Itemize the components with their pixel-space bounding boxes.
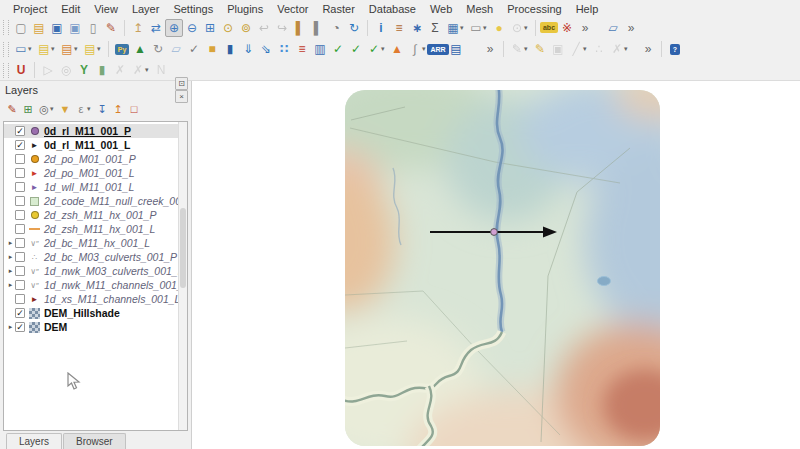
layer-visibility-checkbox[interactable] [15,210,25,220]
menu-web[interactable]: Web [423,2,459,16]
annotations-icon[interactable]: ※ [558,19,576,37]
expand-all-icon[interactable]: ↧ [94,101,110,117]
layer-visibility-checkbox[interactable] [15,280,25,290]
attribute-table-icon-dropdown[interactable]: ▾ [460,24,467,32]
layer-row-2d_bc_M11_hx_001_L[interactable]: ▸∨″2d_bc_M11_hx_001_L [4,236,187,250]
toolbar-overflow-icon[interactable]: » [639,40,657,58]
menu-raster[interactable]: Raster [315,2,361,16]
vertex-tool-icon[interactable]: Y [75,61,93,79]
layer-visibility-checkbox[interactable] [15,294,25,304]
layer-row-2d_po_M01_001_L[interactable]: ►2d_po_M01_001_L [4,166,187,180]
map-tips-icon[interactable]: ● [490,19,508,37]
toolbar-drag-handle[interactable] [3,63,9,78]
menu-help[interactable]: Help [569,2,606,16]
n-tool-icon[interactable]: N [152,61,170,79]
layer-visibility-checkbox[interactable]: ✓ [15,322,25,332]
zoom-to-layer-icon[interactable]: ⊚ [237,19,255,37]
layer-row-2d_bc_M03_culverts_001_P[interactable]: ▸∴2d_bc_M03_culverts_001_P [4,250,187,264]
menu-layer[interactable]: Layer [125,2,167,16]
measure-icon-dropdown[interactable]: ▾ [483,24,490,32]
tracing-tool-icon[interactable]: ▮ [93,61,111,79]
profile-series-icon[interactable]: ≡ [293,40,311,58]
temporal-controller-icon[interactable]: ◔ [327,19,345,37]
save-edits-icon[interactable]: ▣ [549,40,567,58]
layer-visibility-checkbox[interactable] [15,266,25,276]
layer-visibility-checkbox[interactable]: ✓ [15,126,25,136]
zoom-out-icon[interactable]: ⊖ [183,19,201,37]
expand-arrow-icon[interactable]: ▸ [6,253,15,261]
zoom-full-icon[interactable]: ⊞ [201,19,219,37]
pan-map-icon[interactable]: ↥ [129,19,147,37]
layer-visibility-checkbox[interactable] [15,154,25,164]
layer-visibility-checkbox[interactable] [15,182,25,192]
layer-row-1d_xs_M11_channels_001_L[interactable]: ►1d_xs_M11_channels_001_L [4,292,187,306]
processing-toolbox-icon[interactable]: ∗ [408,19,426,37]
clear-tool-icon[interactable]: ✗ [111,61,129,79]
vertex-nodes-icon[interactable]: ∴ [590,40,608,58]
lock-tool-icon[interactable]: ▮ [221,40,239,58]
tuflow-check-icon[interactable]: ✓ [329,40,347,58]
menu-database[interactable]: Database [362,2,423,16]
zoom-to-selection-icon[interactable]: ⊙ [219,19,237,37]
clear-tool-alt-icon[interactable]: ✗ [129,61,147,79]
save-project-icon[interactable]: ▣ [48,19,66,37]
layer-row-2d_zsh_M11_hx_001_L[interactable]: 2d_zsh_M11_hx_001_L [4,222,187,236]
toolbar-drag-handle[interactable] [3,42,9,57]
select-by-location-icon-dropdown[interactable]: ▾ [97,45,104,53]
zoom-last-icon[interactable]: ↩ [255,19,273,37]
help-icon[interactable]: ? [666,40,684,58]
layer-visibility-checkbox[interactable] [15,224,25,234]
flow-table-icon[interactable]: ▤ [447,40,465,58]
layer-visibility-checkbox[interactable] [15,168,25,178]
tab-browser[interactable]: Browser [63,433,126,449]
float-panel-button[interactable]: ⊡ [175,77,188,90]
layer-row-2d_zsh_M11_hx_001_P[interactable]: 2d_zsh_M11_hx_001_P [4,208,187,222]
zoom-next-icon[interactable]: ↪ [273,19,291,37]
layer-row-1d_wll_M11_001_L[interactable]: ►1d_wll_M11_001_L [4,180,187,194]
add-group-icon[interactable]: ⊞ [20,101,36,117]
new-project-icon[interactable]: ▢ [12,19,30,37]
menu-mesh[interactable]: Mesh [459,2,500,16]
toolbar-drag-handle[interactable] [3,20,9,35]
layer-row-1d_nwk_M03_culverts_001_L[interactable]: ▸∨″1d_nwk_M03_culverts_001_L [4,264,187,278]
expand-arrow-icon[interactable]: ▸ [6,323,15,331]
layer-list-scrollbar[interactable] [178,122,187,430]
show-bookmarks-icon[interactable]: ▌ [309,19,327,37]
toolbar-overflow-icon[interactable]: » [622,19,640,37]
menu-settings[interactable]: Settings [166,2,220,16]
import-layer-icon[interactable]: ⇘ [257,40,275,58]
statistical-summary-icon[interactable]: ≡ [390,19,408,37]
arr-tool-icon[interactable]: ARR [429,40,447,58]
show-unplaced-icon[interactable]: ◎ [57,61,75,79]
menu-plugins[interactable]: Plugins [220,2,270,16]
layer-row-DEM_Hillshade[interactable]: ✓DEM_Hillshade [4,306,187,320]
deselect-features-icon-dropdown[interactable]: ▾ [74,45,81,53]
new-print-layout-icon[interactable]: ▯ [84,19,102,37]
vertex-pointer-icon[interactable]: ▷ [39,61,57,79]
dem-terrain-icon[interactable]: ▲ [131,40,149,58]
snapping-toggle-icon[interactable]: U [12,61,30,79]
layer-row-DEM[interactable]: ▸✓DEM [4,320,187,334]
identify-features-icon[interactable]: i [372,19,390,37]
new-bookmark-icon[interactable]: ▌ [291,19,309,37]
edit-pencil-icon[interactable]: ✎ [531,40,549,58]
layer-row-0d_rl_M11_001_L[interactable]: ✓►0d_rl_M11_001_L [4,138,187,152]
tcf-tool-icon[interactable]: ∷ [275,40,293,58]
tab-layers[interactable]: Layers [6,433,62,449]
menu-vector[interactable]: Vector [270,2,315,16]
layer-row-0d_rl_M11_001_P[interactable]: ✓0d_rl_M11_001_P [4,124,187,138]
save-project-as-icon[interactable]: ▣ [66,19,84,37]
open-layer-styling-icon[interactable]: ✎ [4,101,20,117]
menu-view[interactable]: View [87,2,125,16]
manage-map-themes-icon-dropdown[interactable]: ▾ [50,105,57,113]
collapse-all-icon[interactable]: ↥ [110,101,126,117]
expand-arrow-icon[interactable]: ▸ [6,281,15,289]
tuflow-check-1-icon-dropdown[interactable]: ▾ [381,45,388,53]
select-features-icon-dropdown[interactable]: ▾ [28,45,35,53]
toolbar-overflow-icon[interactable]: » [481,40,499,58]
style-manager-icon[interactable]: ✎ [102,19,120,37]
layer-row-1d_nwk_M11_channels_001_L[interactable]: ▸∨″1d_nwk_M11_channels_001_L [4,278,187,292]
labeling-options-icon[interactable]: abc [540,19,558,37]
menu-edit[interactable]: Edit [54,2,87,16]
fox-plugin-icon[interactable]: ▲ [388,40,406,58]
